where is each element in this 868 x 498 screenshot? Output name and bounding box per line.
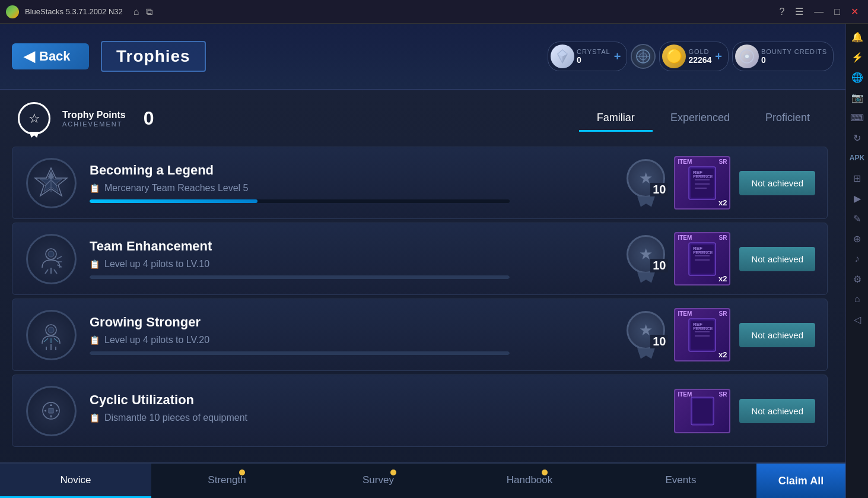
trophy-info-3: Growing Stronger 📋 Level up 4 pilots to … [90, 315, 615, 355]
trophy-info-2: Team Enhancement 📋 Level up 4 pilots to … [90, 239, 615, 279]
trophy-desc-text-1: Mercenary Team Reaches Level 5 [104, 183, 249, 194]
bounty-info: BOUNTY CREDITS 0 [761, 48, 827, 65]
item-tag-4: ITEM SR [675, 390, 729, 399]
svg-point-34 [48, 327, 54, 333]
trophy-progress-1 [90, 199, 510, 203]
trophy-info-4: Cyclic Utilization 📋 Dismantle 10 pieces… [90, 392, 662, 429]
not-achieved-btn-2[interactable]: Not achieved [739, 247, 815, 271]
trophy-progress-2 [90, 275, 510, 279]
item-tag-1: ITEM SR [675, 157, 729, 166]
sidebar-icon-rotate[interactable]: ↻ [849, 129, 866, 146]
trophy-star-icon: ☆ [28, 111, 40, 126]
menu-icon[interactable]: ☰ [791, 5, 807, 18]
sidebar-icon-2[interactable]: ⚡ [849, 49, 866, 65]
trophy-reward-4: ITEM SR Not achieved [674, 389, 815, 433]
item-tag-rarity-3: SR [719, 310, 727, 317]
sidebar-icon-screen[interactable]: ⊞ [849, 170, 866, 186]
svg-text:FERENCE: FERENCE [693, 175, 713, 179]
tab-experienced[interactable]: Experienced [653, 106, 748, 132]
crystal-icon [551, 45, 574, 68]
bluestacks-logo [6, 5, 19, 18]
trophy-progress-fill-1 [90, 199, 257, 203]
trophy-name-4: Cyclic Utilization [90, 392, 662, 408]
crystal-currency: CRYSTAL 0 + [548, 42, 627, 71]
item-tag-label-2: ITEM [678, 234, 692, 241]
ribbon-decor [30, 132, 39, 138]
trophy-points-value: 0 [144, 107, 154, 129]
desc-icon-2: 📋 [90, 259, 100, 269]
survey-label: Survey [363, 474, 394, 486]
bottom-tab-novice[interactable]: Novice [0, 464, 151, 498]
claim-all-button[interactable]: Claim All [756, 464, 845, 498]
trophy-name-2: Team Enhancement [90, 239, 615, 254]
strength-badge [239, 470, 245, 475]
reward-medal-1: ★ 10 [627, 159, 665, 207]
medal-number-3: 10 [650, 335, 668, 348]
item-tag-label-1: ITEM [678, 158, 692, 165]
medal-ribbon-1 [637, 196, 655, 207]
item-tag-rarity-2: SR [719, 234, 727, 241]
bounty-currency: BOUNTY CREDITS 0 [732, 42, 834, 71]
sidebar-icon-record[interactable]: ▶ [849, 190, 866, 207]
bounty-icon [735, 45, 759, 68]
restore-button[interactable]: □ [831, 5, 844, 18]
sidebar-icon-globe2[interactable]: ⊕ [849, 230, 866, 247]
svg-point-22 [48, 251, 54, 257]
sidebar-icon-5[interactable]: ⌨ [849, 109, 866, 126]
strength-label: Strength [208, 474, 246, 486]
emblem-circle-4 [26, 386, 77, 436]
right-sidebar: 🔔 ⚡ 🌐 📷 ⌨ ↻ APK ⊞ ▶ ✎ ⊕ ♪ ⚙ ⌂ ◁ [845, 24, 868, 498]
desc-icon-3: 📋 [90, 335, 100, 345]
crystal-info: CRYSTAL 0 [577, 48, 611, 65]
home-icon[interactable]: ⌂ [133, 7, 139, 17]
crystal-add-button[interactable]: + [614, 50, 621, 64]
sidebar-icon-settings[interactable]: ⚙ [849, 271, 866, 287]
bottom-tab-survey[interactable]: Survey [303, 464, 454, 498]
bottom-tab-handbook[interactable]: Handbook [454, 464, 605, 498]
help-icon[interactable]: ? [775, 5, 788, 18]
emblem-circle-3 [26, 310, 77, 360]
not-achieved-btn-3[interactable]: Not achieved [739, 323, 815, 347]
tab-proficient[interactable]: Proficient [748, 106, 828, 132]
title-bar: BlueStacks 5.3.71.2002 N32 ⌂ ⧉ ? ☰ — □ ✕ [0, 0, 868, 24]
emblem-team-enhancement [24, 232, 78, 286]
reward-medal-3: ★ 10 [627, 311, 665, 359]
reward-item-3: ITEM SR REF FERENCE [674, 308, 730, 361]
back-button[interactable]: ◀ Back [12, 43, 89, 69]
achievement-label: ACHIEVEMENT [62, 120, 126, 128]
sidebar-icon-home2[interactable]: ⌂ [849, 291, 866, 307]
svg-line-24 [54, 269, 57, 274]
not-achieved-btn-4[interactable]: Not achieved [739, 399, 815, 423]
content-area: ☆ Trophy Points ACHIEVEMENT 0 Familiar E… [0, 90, 845, 462]
gold-add-button[interactable]: + [715, 50, 722, 64]
not-achieved-btn-1[interactable]: Not achieved [739, 171, 815, 195]
trophy-points-label: Trophy Points [62, 110, 126, 120]
bottom-tab-strength[interactable]: Strength [151, 464, 303, 498]
sidebar-icon-back[interactable]: ◁ [849, 311, 866, 328]
main-area: ◀ Back Trophies CRYSTAL 0 [0, 24, 845, 498]
emblem-circle-2 [26, 234, 77, 284]
reward-item-1: ITEM SR REF [674, 156, 730, 210]
sidebar-icon-3[interactable]: 🌐 [849, 69, 866, 85]
sidebar-icon-1[interactable]: 🔔 [849, 28, 866, 45]
emblem-circle-1 [26, 158, 77, 208]
trophy-desc-1: 📋 Mercenary Team Reaches Level 5 [90, 183, 615, 194]
survey-badge [390, 470, 396, 475]
gold-info: GOLD 22264 [688, 48, 711, 65]
minimize-button[interactable]: — [810, 5, 827, 18]
trophy-card-cyclic-utilization: Cyclic Utilization 📋 Dismantle 10 pieces… [12, 375, 828, 447]
screen-icon[interactable]: ⧉ [146, 7, 152, 17]
trophy-name-1: Becoming a Legend [90, 163, 615, 178]
sidebar-icon-volume[interactable]: ♪ [849, 250, 866, 267]
item-tag-2: ITEM SR [675, 233, 729, 242]
sidebar-icon-app[interactable]: APK [849, 150, 866, 166]
bottom-tab-events[interactable]: Events [605, 464, 756, 498]
sidebar-icon-4[interactable]: 📷 [849, 89, 866, 106]
crystal-value: 0 [577, 55, 581, 65]
sidebar-icon-edit[interactable]: ✎ [849, 210, 866, 227]
close-button[interactable]: ✕ [847, 5, 862, 18]
emblem-cyclic-utilization [24, 384, 78, 437]
tab-familiar[interactable]: Familiar [579, 106, 653, 132]
item-tag-label-3: ITEM [678, 310, 692, 317]
gold-name: GOLD [688, 48, 709, 55]
